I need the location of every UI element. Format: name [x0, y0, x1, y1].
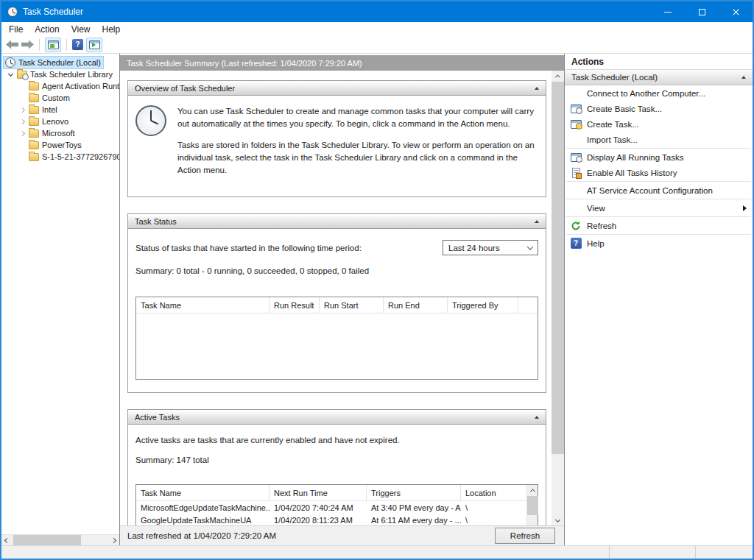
minimize-button[interactable]: [651, 1, 685, 22]
display-running-tasks-icon: [571, 153, 582, 162]
menu-file[interactable]: File: [3, 22, 29, 36]
table-header-row: Task Name Next Run Time Triggers Locatio…: [136, 485, 526, 501]
show-console-tree-button[interactable]: [45, 38, 61, 52]
action-help[interactable]: Help: [565, 235, 753, 251]
column-header-task-name[interactable]: Task Name: [136, 485, 269, 500]
action-pane-icon: [89, 40, 100, 49]
action-import-task[interactable]: Import Task...: [565, 132, 753, 147]
action-label: Refresh: [587, 221, 616, 230]
app-clock-icon: [7, 7, 18, 17]
action-view[interactable]: View: [565, 200, 753, 216]
cell-location: \: [461, 516, 526, 525]
menu-help[interactable]: Help: [96, 22, 127, 36]
overview-paragraph-2: Tasks are stored in folders in the Task …: [177, 139, 537, 177]
table-row[interactable]: GoogleUpdateTaskMachineUA 1/04/2020 8:11…: [136, 514, 526, 525]
collapse-icon[interactable]: [535, 416, 539, 419]
action-label: AT Service Account Configuration: [587, 186, 713, 195]
column-header-location[interactable]: Location: [461, 485, 526, 500]
cell-triggers: At 3:40 PM every day - A...: [367, 503, 461, 512]
actions-header: Actions: [565, 54, 753, 70]
scrollbar-track[interactable]: [552, 82, 564, 514]
scroll-down-button[interactable]: [552, 514, 564, 525]
show-action-pane-button[interactable]: [86, 38, 102, 52]
tree-item-label: Intel: [42, 105, 57, 114]
column-header-next-run-time[interactable]: Next Run Time: [269, 485, 367, 500]
action-create-task[interactable]: Create Task...: [565, 116, 753, 132]
menu-view[interactable]: View: [66, 22, 96, 36]
icon-spacer: [570, 134, 582, 146]
refresh-button[interactable]: Refresh: [495, 528, 555, 544]
column-header-triggers[interactable]: Triggers: [367, 485, 461, 500]
scroll-right-button[interactable]: [108, 535, 119, 546]
tree-item-sid[interactable]: S-1-5-21-3772926790-: [1, 151, 119, 163]
actions-group-header[interactable]: Task Scheduler (Local): [565, 70, 753, 85]
content-vertical-scrollbar[interactable]: [552, 71, 564, 525]
column-header-run-start[interactable]: Run Start: [320, 297, 384, 313]
action-at-service-account-configuration[interactable]: AT Service Account Configuration: [565, 182, 753, 198]
submenu-arrow-icon: [743, 205, 747, 211]
scroll-left-button[interactable]: [1, 535, 13, 546]
cell-task-name: MicrosoftEdgeUpdateTaskMachine...: [136, 503, 269, 512]
column-header-run-end[interactable]: Run End: [384, 297, 448, 313]
action-label: Create Task...: [587, 120, 639, 129]
tree-item-task-scheduler-local[interactable]: Task Scheduler (Local): [1, 57, 119, 68]
cell-next-run: 1/04/2020 7:40:24 AM: [269, 503, 367, 512]
chevron-right-icon[interactable]: [18, 117, 27, 127]
collapse-icon[interactable]: [535, 87, 539, 90]
back-arrow-icon[interactable]: [6, 40, 18, 49]
refresh-icon: [571, 221, 581, 231]
scroll-up-button[interactable]: [552, 71, 564, 82]
column-header-task-name[interactable]: Task Name: [136, 297, 269, 313]
action-connect-to-another-computer[interactable]: Connect to Another Computer...: [565, 85, 753, 101]
tree-item-intel[interactable]: Intel: [1, 104, 119, 116]
column-header-triggered-by[interactable]: Triggered By: [448, 297, 518, 313]
action-create-basic-task[interactable]: Create Basic Task...: [565, 101, 753, 116]
action-refresh[interactable]: Refresh: [565, 218, 753, 233]
close-button[interactable]: [719, 1, 753, 22]
menu-action[interactable]: Action: [29, 22, 65, 36]
chevron-down-icon[interactable]: [6, 70, 15, 79]
active-tasks-section-header[interactable]: Active Tasks: [128, 410, 546, 425]
active-tasks-description: Active tasks are tasks that are currentl…: [135, 436, 538, 444]
tree-item-custom[interactable]: Custom: [1, 92, 119, 104]
overview-section-header[interactable]: Overview of Task Scheduler: [128, 81, 546, 96]
scrollbar-thumb[interactable]: [13, 535, 81, 546]
icon-spacer: [570, 202, 582, 214]
separator: [566, 216, 751, 217]
chevron-right-icon[interactable]: [18, 129, 27, 138]
table-vertical-scrollbar[interactable]: [526, 485, 538, 525]
tree-item-powertoys[interactable]: PowerToys: [1, 139, 119, 151]
tree-item-label: Task Scheduler Library: [30, 70, 113, 79]
action-display-all-running-tasks[interactable]: Display All Running Tasks: [565, 149, 753, 165]
tree-item-task-scheduler-library[interactable]: Task Scheduler Library: [1, 68, 119, 80]
task-status-section-header[interactable]: Task Status: [128, 214, 546, 229]
time-period-dropdown[interactable]: Last 24 hours: [443, 240, 538, 255]
task-status-title: Task Status: [135, 217, 177, 226]
status-bar: [1, 545, 753, 559]
task-status-table: Task Name Run Result Run Start Run End T…: [135, 297, 538, 380]
chevron-right-icon[interactable]: [18, 105, 27, 115]
action-enable-all-tasks-history[interactable]: Enable All Tasks History: [565, 165, 753, 180]
column-header-run-result[interactable]: Run Result: [269, 297, 320, 313]
actions-pane: Actions Task Scheduler (Local) Connect t…: [565, 54, 753, 545]
folder-icon: [29, 82, 39, 91]
help-toolbar-button[interactable]: [72, 39, 83, 50]
tree-item-label: Custom: [42, 93, 70, 102]
cell-task-name: GoogleUpdateTaskMachineUA: [136, 516, 269, 525]
scrollbar-thumb[interactable]: [552, 82, 564, 454]
folder-icon: [29, 106, 39, 114]
statusbar-separator: [609, 546, 610, 559]
tree-item-lenovo[interactable]: Lenovo: [1, 116, 119, 127]
table-row[interactable]: MicrosoftEdgeUpdateTaskMachine... 1/04/2…: [136, 501, 526, 514]
tree-horizontal-scrollbar[interactable]: [1, 534, 119, 545]
forward-arrow-icon[interactable]: [21, 40, 34, 49]
maximize-button[interactable]: [685, 1, 719, 22]
tree-item-agent-activation[interactable]: Agent Activation Runt: [1, 80, 119, 92]
collapse-icon[interactable]: [741, 76, 746, 79]
scroll-up-button[interactable]: [527, 485, 538, 496]
scrollbar-thumb[interactable]: [527, 496, 538, 515]
chevron-up-icon: [529, 489, 535, 495]
empty-table-body: [136, 313, 538, 379]
collapse-icon[interactable]: [535, 220, 539, 223]
tree-item-microsoft[interactable]: Microsoft: [1, 127, 119, 139]
